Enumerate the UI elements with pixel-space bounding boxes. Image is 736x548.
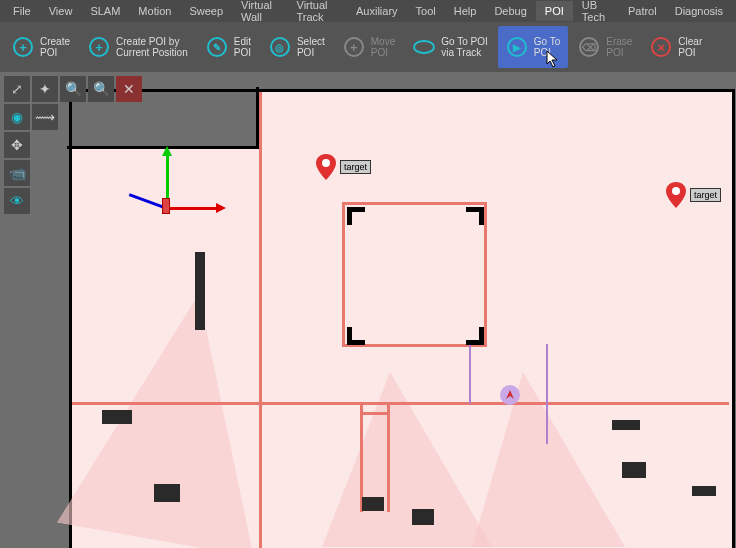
zoom-out-icon[interactable]: 🔍: [60, 76, 86, 102]
poi-label: target: [340, 160, 371, 174]
clear-poi-button[interactable]: × ClearPOI: [642, 26, 710, 68]
zoom-in-icon[interactable]: 🔍: [88, 76, 114, 102]
move-icon: +: [344, 37, 364, 57]
goto-icon: ▶: [507, 37, 527, 57]
robot-position: [500, 385, 520, 405]
target-icon: ◎: [270, 37, 290, 57]
arrow-right-icon: [216, 203, 226, 213]
track-icon: [413, 40, 435, 54]
poi-marker[interactable]: [316, 154, 336, 180]
create-poi-button[interactable]: + CreatePOI: [4, 26, 78, 68]
cancel-icon[interactable]: ✕: [116, 76, 142, 102]
clear-icon: ×: [651, 37, 671, 57]
edit-poi-button[interactable]: ✎ EditPOI: [198, 26, 259, 68]
menu-virtual-track[interactable]: Virtual Track: [288, 0, 348, 27]
pin-icon: [316, 154, 336, 180]
toolbar: + CreatePOI + Create POI byCurrent Posit…: [0, 22, 736, 72]
eye-icon[interactable]: 👁: [4, 188, 30, 214]
arrow-up-icon: [162, 146, 172, 156]
move-poi-button[interactable]: + MovePOI: [335, 26, 403, 68]
menu-slam[interactable]: SLAM: [81, 1, 129, 21]
pin-icon: [666, 182, 686, 208]
menu-virtual-wall[interactable]: Virtual Wall: [232, 0, 287, 27]
menu-motion[interactable]: Motion: [129, 1, 180, 21]
menu-patrol[interactable]: Patrol: [619, 1, 666, 21]
erase-icon: ⌫: [579, 37, 599, 57]
floor-map: target target: [72, 92, 732, 548]
robot-heading-icon: [504, 389, 516, 401]
menu-tool[interactable]: Tool: [407, 1, 445, 21]
menu-help[interactable]: Help: [445, 1, 486, 21]
plus-icon: +: [89, 37, 109, 57]
menu-view[interactable]: View: [40, 1, 82, 21]
menubar: File View SLAM Motion Sweep Virtual Wall…: [0, 0, 736, 22]
move-tool-icon[interactable]: ✥: [4, 132, 30, 158]
menu-ubtech[interactable]: UB Tech: [573, 0, 619, 27]
svg-point-1: [672, 187, 680, 195]
create-poi-by-position-button[interactable]: + Create POI byCurrent Position: [80, 26, 196, 68]
goto-poi-via-track-button[interactable]: Go To POIvia Track: [405, 26, 496, 68]
select-poi-button[interactable]: ◎ SelectPOI: [261, 26, 333, 68]
camera-icon[interactable]: 📹: [4, 160, 30, 186]
axis-x-icon: [166, 207, 221, 210]
map-canvas[interactable]: ⤢ ✦ 🔍 🔍 ✕ ◉ ⟿ ✥ 📹 👁: [0, 72, 736, 548]
menu-poi[interactable]: POI: [536, 1, 573, 21]
cursor-icon: [546, 50, 560, 68]
svg-point-0: [322, 159, 330, 167]
menu-file[interactable]: File: [4, 1, 40, 21]
axis-origin-icon: [162, 198, 170, 214]
goto-poi-button[interactable]: ▶ Go ToPOI: [498, 26, 569, 68]
menu-auxiliary[interactable]: Auxiliary: [347, 1, 407, 21]
menu-debug[interactable]: Debug: [485, 1, 535, 21]
crosshair-icon[interactable]: ✦: [32, 76, 58, 102]
erase-poi-button[interactable]: ⌫ ErasePOI: [570, 26, 640, 68]
pencil-icon: ✎: [207, 37, 227, 57]
menu-sweep[interactable]: Sweep: [180, 1, 232, 21]
menu-diagnosis[interactable]: Diagnosis: [666, 1, 732, 21]
plus-icon: +: [13, 37, 33, 57]
side-tool-panel: ⤢ ✦ 🔍 🔍 ✕ ◉ ⟿ ✥ 📹 👁: [4, 76, 142, 214]
poi-marker[interactable]: [666, 182, 686, 208]
scan-icon[interactable]: ◉: [4, 104, 30, 130]
route-icon[interactable]: ⟿: [32, 104, 58, 130]
poi-label: target: [690, 188, 721, 202]
expand-icon[interactable]: ⤢: [4, 76, 30, 102]
